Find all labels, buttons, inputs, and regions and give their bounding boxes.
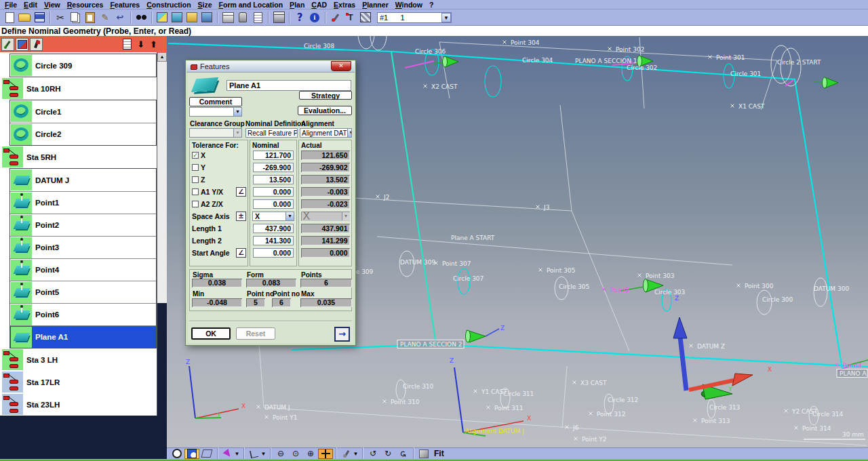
probe-change-icon[interactable] bbox=[30, 38, 43, 51]
feature-item-sta-23lh[interactable]: Sta 23LH bbox=[0, 393, 157, 416]
nominal-a1-y-x-input[interactable]: 0.000 bbox=[253, 187, 294, 197]
zoom-out-icon[interactable]: ⊖ bbox=[273, 449, 288, 459]
format-brush-icon[interactable]: ✎ bbox=[98, 11, 113, 24]
zoom-in-icon[interactable]: ⊕ bbox=[303, 449, 318, 459]
menu-file[interactable]: File bbox=[1, 1, 20, 9]
menu-[interactable]: ? bbox=[426, 1, 437, 9]
nominal-x-input[interactable]: 121.700 bbox=[253, 151, 294, 160]
feature-item-sta-5rh[interactable]: Sta 5RH bbox=[0, 146, 157, 168]
report-icon[interactable] bbox=[250, 11, 265, 24]
comment-type-dropdown[interactable]: ▼ bbox=[189, 107, 242, 117]
probe-change-icon[interactable]: T bbox=[343, 11, 358, 24]
delete-icon[interactable] bbox=[235, 11, 250, 24]
feature-item-sta-3-lh[interactable]: Sta 3 LH bbox=[0, 348, 157, 371]
menu-construction[interactable]: Construction bbox=[143, 1, 194, 9]
menu-window[interactable]: Window bbox=[392, 1, 426, 9]
menu-extras[interactable]: Extras bbox=[330, 1, 359, 9]
menu-planner[interactable]: Planner bbox=[359, 1, 392, 9]
select-arrow-icon[interactable] bbox=[220, 449, 235, 459]
strategy-button[interactable]: Strategy bbox=[299, 91, 352, 100]
feature-item-sta-10rh[interactable]: Sta 10RH bbox=[0, 77, 157, 100]
clearance-group-dropdown[interactable]: ▼ bbox=[189, 128, 242, 138]
chevron-down-icon[interactable]: ▼ bbox=[441, 13, 451, 22]
find-icon[interactable] bbox=[134, 11, 149, 24]
next-feature-button[interactable]: → bbox=[334, 327, 350, 342]
feature-window-icon[interactable] bbox=[155, 11, 170, 24]
alignment-dropdown[interactable]: Alignment DAT▼ bbox=[300, 128, 352, 138]
ok-button[interactable]: OK bbox=[191, 327, 231, 340]
move-up-icon[interactable]: ⬆ bbox=[150, 40, 157, 49]
menu-form-and-location[interactable]: Form and Location bbox=[216, 1, 287, 9]
box-view-icon[interactable] bbox=[199, 449, 214, 459]
fit-button[interactable]: Fit bbox=[431, 449, 447, 459]
measurement-window-icon[interactable] bbox=[170, 11, 184, 24]
nominal-space-axis-dropdown[interactable]: X▼ bbox=[252, 212, 294, 221]
scroll-up-icon[interactable]: ▲ bbox=[157, 52, 167, 62]
feature-item-circle1[interactable]: Circle1 bbox=[10, 100, 156, 123]
print-icon[interactable] bbox=[220, 11, 235, 24]
print-report-icon[interactable] bbox=[271, 11, 286, 24]
save-icon[interactable] bbox=[32, 11, 47, 24]
feature-item-point3[interactable]: Point3 bbox=[10, 236, 156, 258]
menu-cad[interactable]: CAD bbox=[308, 1, 330, 9]
nominal-a2-z-x-input[interactable]: 0.000 bbox=[253, 199, 294, 209]
plus-minus-icon[interactable]: ± bbox=[236, 212, 246, 221]
nominal-z-input[interactable]: 13.500 bbox=[253, 175, 294, 184]
cad-view-icon[interactable] bbox=[358, 11, 373, 24]
tolerance-check-a1-y-x[interactable] bbox=[192, 188, 199, 195]
feature-list-scrollbar[interactable]: ▲ bbox=[157, 52, 167, 303]
angle-icon[interactable]: ∠ bbox=[236, 248, 246, 258]
paste-icon[interactable] bbox=[83, 11, 98, 24]
tolerance-check-a2-z-x[interactable] bbox=[192, 201, 199, 207]
menu-size[interactable]: Size bbox=[195, 1, 216, 9]
rotate-3d-icon[interactable]: ↻ bbox=[380, 449, 395, 459]
feature-item-point4[interactable]: Point4 bbox=[10, 258, 156, 281]
feature-item-point1[interactable]: Point1 bbox=[10, 191, 156, 214]
feature-item-point5[interactable]: Point5 bbox=[10, 281, 156, 303]
probe-selector-combo[interactable]: #1 1 ▼ bbox=[377, 12, 452, 23]
probe-icon[interactable] bbox=[328, 11, 343, 24]
angle-icon[interactable]: ∠ bbox=[236, 187, 246, 197]
copy-icon[interactable] bbox=[68, 11, 83, 24]
probe-data-icon[interactable] bbox=[199, 11, 214, 24]
pan-icon[interactable] bbox=[318, 449, 333, 459]
nominal-start-angle-input[interactable]: 0.000 bbox=[253, 248, 294, 258]
report-icon[interactable] bbox=[123, 39, 132, 49]
move-down-icon[interactable]: ⬇ bbox=[137, 40, 144, 49]
rotate-horizontal-icon[interactable]: ↺ bbox=[366, 449, 380, 459]
probe-mode-icon[interactable] bbox=[1, 38, 14, 51]
new-document-icon[interactable] bbox=[2, 11, 17, 24]
nominal-length-2-input[interactable]: 141.300 bbox=[253, 236, 294, 245]
reset-button[interactable]: Reset bbox=[236, 327, 275, 340]
help-icon[interactable]: ? bbox=[292, 11, 307, 24]
menu-view[interactable]: View bbox=[41, 1, 64, 9]
nominal-length-1-input[interactable]: 437.900 bbox=[253, 224, 294, 233]
comment-button[interactable]: Comment bbox=[189, 97, 242, 106]
tolerance-check-y[interactable] bbox=[192, 164, 199, 171]
tolerance-check-x[interactable]: ✓ bbox=[192, 152, 199, 159]
feature-item-circle2[interactable]: Circle2 bbox=[10, 123, 156, 145]
solid-view-icon[interactable] bbox=[416, 449, 431, 459]
feature-item-datum-j[interactable]: DATUM J bbox=[10, 169, 156, 191]
feature-item-plane-a1[interactable]: Plane A1 bbox=[10, 325, 156, 348]
info-icon[interactable] bbox=[307, 11, 322, 24]
cut-icon[interactable]: ✂ bbox=[53, 11, 68, 24]
close-icon[interactable]: ✕ bbox=[331, 61, 351, 71]
part-program-icon[interactable] bbox=[184, 11, 199, 24]
cad-model-icon[interactable] bbox=[16, 38, 28, 51]
feature-item-point2[interactable]: Point2 bbox=[10, 214, 156, 236]
shaded-view-icon[interactable] bbox=[184, 449, 199, 459]
feature-name-input[interactable]: Plane A1 bbox=[226, 80, 351, 91]
nominal-definition-dropdown[interactable]: Recall Feature P▼ bbox=[245, 128, 298, 138]
open-folder-icon[interactable] bbox=[17, 11, 32, 24]
menu-resources[interactable]: Resources bbox=[64, 1, 107, 9]
menu-edit[interactable]: Edit bbox=[20, 1, 41, 9]
feature-item-circle-309[interactable]: Circle 309 bbox=[10, 54, 156, 77]
nominal-y-input[interactable]: -269.900 bbox=[253, 163, 294, 172]
tolerance-check-z[interactable] bbox=[192, 176, 199, 183]
feature-item-point6[interactable]: Point6 bbox=[10, 303, 156, 325]
evaluation-button[interactable]: Evaluation... bbox=[298, 106, 352, 115]
menu-plan[interactable]: Plan bbox=[286, 1, 308, 9]
wireframe-circle-view-icon[interactable] bbox=[170, 449, 184, 459]
feature-item-sta-17lr[interactable]: Sta 17LR bbox=[0, 371, 157, 393]
